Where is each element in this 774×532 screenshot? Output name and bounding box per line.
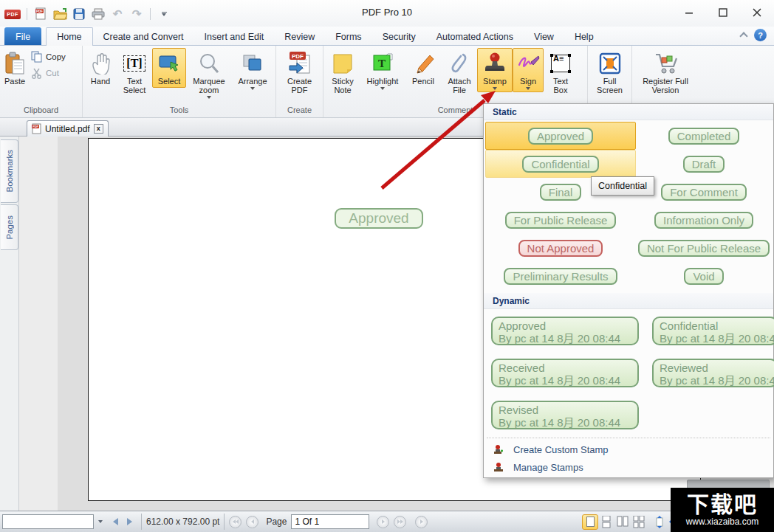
navigation-rail: Bookmarks Pages bbox=[0, 137, 19, 511]
document-tab-title: Untitled.pdf bbox=[45, 124, 90, 134]
menu-item-stamp-draft[interactable]: Draft bbox=[636, 150, 772, 178]
divider bbox=[487, 438, 770, 438]
menu-item-stamp-confidential[interactable]: Confidential bbox=[485, 150, 636, 178]
approved-stamp-annotation[interactable]: Approved bbox=[335, 208, 423, 229]
facing-continuous-view-button[interactable] bbox=[631, 514, 647, 530]
previous-page-button[interactable] bbox=[246, 516, 258, 528]
help-icon[interactable]: ? bbox=[754, 29, 767, 41]
menu-item-stamp-preliminary-results[interactable]: Preliminary Results bbox=[485, 262, 636, 290]
history-forward-icon[interactable] bbox=[127, 518, 132, 525]
first-page-button[interactable] bbox=[229, 516, 242, 528]
copy-icon bbox=[31, 51, 43, 63]
status-search-input[interactable] bbox=[2, 514, 94, 529]
close-document-icon[interactable]: x bbox=[94, 124, 103, 134]
hand-icon bbox=[90, 50, 111, 77]
history-back-icon[interactable] bbox=[113, 518, 118, 525]
sign-button[interactable]: Sign bbox=[513, 48, 544, 92]
tab-help[interactable]: Help bbox=[564, 28, 604, 46]
sidebar-tab-pages[interactable]: Pages bbox=[1, 204, 18, 250]
document-tab[interactable]: PDF Untitled.pdf x bbox=[27, 120, 109, 137]
group-clipboard: Paste Copy Cut Clipboard bbox=[0, 46, 83, 117]
full-screen-button[interactable]: Full Screen bbox=[590, 48, 630, 97]
menu-item-dynamic-received[interactable]: Received By pc at 14 8月 20 08:44 bbox=[491, 359, 639, 387]
site-watermark: 下载吧 www.xiazaiba.com bbox=[671, 488, 774, 532]
sticky-note-icon bbox=[332, 50, 354, 77]
stamp-button[interactable]: Stamp bbox=[477, 48, 513, 92]
pencil-button[interactable]: Pencil bbox=[405, 48, 442, 88]
chevron-down-icon bbox=[380, 87, 385, 90]
svg-text:T: T bbox=[378, 58, 386, 69]
facing-pages-view-button[interactable] bbox=[614, 514, 631, 530]
create-custom-stamp-menu-item[interactable]: Create Custom Stamp bbox=[484, 441, 773, 458]
go-to-page-button[interactable] bbox=[415, 516, 428, 528]
close-button[interactable] bbox=[746, 4, 768, 21]
manage-stamps-menu-item[interactable]: Manage Stamps bbox=[484, 459, 773, 476]
cut-button[interactable]: Cut bbox=[31, 67, 66, 79]
tab-file[interactable]: File bbox=[4, 27, 41, 46]
next-page-button[interactable] bbox=[377, 516, 389, 528]
tab-home[interactable]: Home bbox=[46, 27, 92, 46]
sticky-note-button[interactable]: Sticky Note bbox=[325, 48, 360, 97]
menu-item-dynamic-approved[interactable]: Approved By pc at 14 8月 20 08:44 bbox=[491, 317, 639, 345]
copy-button[interactable]: Copy bbox=[31, 51, 66, 63]
menu-item-dynamic-confidential[interactable]: Confidential By pc at 14 8月 20 08:44 bbox=[652, 317, 774, 345]
watermark-url: www.xiazaiba.com bbox=[686, 517, 759, 527]
tab-forms[interactable]: Forms bbox=[325, 28, 371, 46]
page-number-input[interactable] bbox=[291, 514, 369, 529]
continuous-view-button[interactable] bbox=[598, 514, 614, 530]
arrange-button[interactable]: Arrange bbox=[232, 48, 273, 92]
divider bbox=[224, 514, 225, 530]
register-full-version-button[interactable]: Register Full Version bbox=[635, 48, 696, 97]
paste-button[interactable]: Paste bbox=[1, 48, 28, 88]
chevron-down-icon bbox=[493, 87, 497, 90]
fit-height-button[interactable] bbox=[651, 514, 668, 530]
tooltip: Confidential bbox=[591, 176, 654, 196]
divider bbox=[141, 514, 142, 530]
text-box-icon: A≡ bbox=[551, 50, 570, 77]
text-box-button[interactable]: A≡ Text Box bbox=[544, 48, 578, 97]
tab-view[interactable]: View bbox=[524, 28, 564, 46]
highlight-button[interactable]: T Highlight bbox=[360, 48, 405, 92]
single-page-view-button[interactable] bbox=[582, 514, 598, 530]
menu-item-stamp-for-public-release[interactable]: For Public Release bbox=[485, 206, 636, 234]
minimize-button[interactable] bbox=[678, 4, 700, 21]
menu-item-stamp-not-for-public-release[interactable]: Not For Public Release bbox=[636, 234, 772, 262]
menu-item-stamp-approved[interactable]: Approved bbox=[485, 122, 636, 150]
stamp-plus-icon bbox=[493, 444, 504, 456]
select-icon bbox=[158, 50, 180, 77]
tab-insert-and-edit[interactable]: Insert and Edit bbox=[194, 28, 275, 46]
marquee-zoom-button[interactable]: Marquee zoom bbox=[186, 48, 232, 101]
menu-item-dynamic-revised[interactable]: Revised By pc at 14 8月 20 08:44 bbox=[491, 401, 639, 429]
last-page-button[interactable] bbox=[394, 516, 406, 528]
collapse-ribbon-icon[interactable] bbox=[739, 32, 747, 40]
window-controls bbox=[678, 4, 768, 21]
menu-item-stamp-not-approved[interactable]: Not Approved bbox=[485, 234, 636, 262]
menu-item-dynamic-reviewed[interactable]: Reviewed By pc at 14 8月 20 08:44 bbox=[652, 359, 774, 387]
select-tool-button[interactable]: Select bbox=[152, 48, 186, 88]
tab-automated-actions[interactable]: Automated Actions bbox=[426, 28, 524, 46]
maximize-button[interactable] bbox=[712, 4, 734, 21]
sign-icon bbox=[516, 50, 540, 77]
status-bar: 612.00 x 792.00 pt Page 100 100% bbox=[0, 511, 774, 532]
hand-tool-button[interactable]: Hand bbox=[84, 48, 117, 88]
chevron-down-icon bbox=[250, 87, 255, 90]
combo-dropdown-icon[interactable] bbox=[98, 520, 103, 523]
tab-review[interactable]: Review bbox=[274, 28, 325, 46]
create-pdf-button[interactable]: PDF Create PDF bbox=[279, 48, 321, 97]
menu-item-stamp-for-comment[interactable]: For Comment bbox=[636, 178, 772, 206]
svg-text:PDF: PDF bbox=[292, 53, 304, 60]
group-create: PDF Create PDF Create bbox=[276, 46, 323, 117]
attach-file-button[interactable]: Attach File bbox=[442, 48, 477, 97]
tab-create-and-convert[interactable]: Create and Convert bbox=[93, 28, 194, 46]
sidebar-tab-bookmarks[interactable]: Bookmarks bbox=[1, 139, 18, 203]
menu-item-stamp-void[interactable]: Void bbox=[636, 262, 772, 290]
group-tools: Hand [T] Text Select Select Marquee bbox=[83, 46, 276, 117]
text-select-button[interactable]: [T] Text Select bbox=[117, 48, 152, 97]
chevron-down-icon bbox=[207, 96, 211, 99]
tab-security[interactable]: Security bbox=[372, 28, 426, 46]
shopping-cart-icon bbox=[653, 50, 678, 77]
menu-item-stamp-information-only[interactable]: Information Only bbox=[636, 206, 772, 234]
menu-item-stamp-completed[interactable]: Completed bbox=[636, 122, 772, 150]
paste-icon bbox=[4, 50, 26, 77]
page-label: Page bbox=[266, 517, 287, 527]
